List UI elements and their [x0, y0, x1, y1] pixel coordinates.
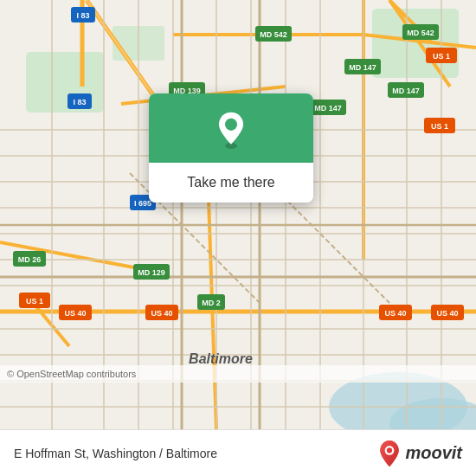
svg-text:MD 129: MD 129: [138, 268, 165, 277]
attribution-bar: © OpenStreetMap contributors: [0, 365, 476, 383]
svg-text:US 40: US 40: [64, 309, 86, 318]
svg-text:US 1: US 1: [26, 297, 43, 306]
svg-text:Baltimore: Baltimore: [189, 351, 253, 366]
moovit-pin-icon: [377, 440, 402, 467]
popup-green-area: [149, 93, 313, 163]
popup-card: Take me there: [149, 93, 313, 203]
svg-point-89: [387, 447, 392, 453]
moovit-brand-text: moovit: [405, 443, 462, 463]
moovit-logo: moovit: [377, 440, 462, 467]
footer: E Hoffman St, Washington / Baltimore moo…: [0, 429, 476, 476]
svg-text:MD 26: MD 26: [18, 255, 42, 264]
svg-point-87: [225, 119, 237, 131]
svg-text:US 1: US 1: [433, 52, 450, 61]
map-container: I 83 I 83 MD 139 MD 542 MD 542 MD 147 MD…: [0, 0, 476, 429]
svg-text:MD 147: MD 147: [392, 87, 420, 95]
svg-text:US 40: US 40: [384, 309, 406, 318]
svg-text:I 83: I 83: [73, 98, 86, 106]
attribution-text: © OpenStreetMap contributors: [7, 369, 136, 379]
take-me-there-button[interactable]: Take me there: [149, 163, 313, 203]
svg-text:MD 2: MD 2: [202, 299, 221, 307]
footer-location-text: E Hoffman St, Washington / Baltimore: [14, 447, 217, 460]
svg-text:MD 147: MD 147: [349, 63, 376, 72]
svg-text:US 40: US 40: [151, 309, 172, 318]
svg-rect-3: [26, 52, 104, 113]
svg-text:US 40: US 40: [436, 309, 458, 318]
svg-text:I 83: I 83: [76, 11, 89, 20]
svg-text:MD 147: MD 147: [314, 104, 342, 113]
location-pin-icon: [212, 111, 250, 149]
svg-text:MD 542: MD 542: [260, 30, 287, 39]
svg-text:MD 542: MD 542: [407, 29, 434, 37]
svg-text:I 695: I 695: [134, 199, 151, 208]
svg-text:US 1: US 1: [431, 122, 448, 131]
